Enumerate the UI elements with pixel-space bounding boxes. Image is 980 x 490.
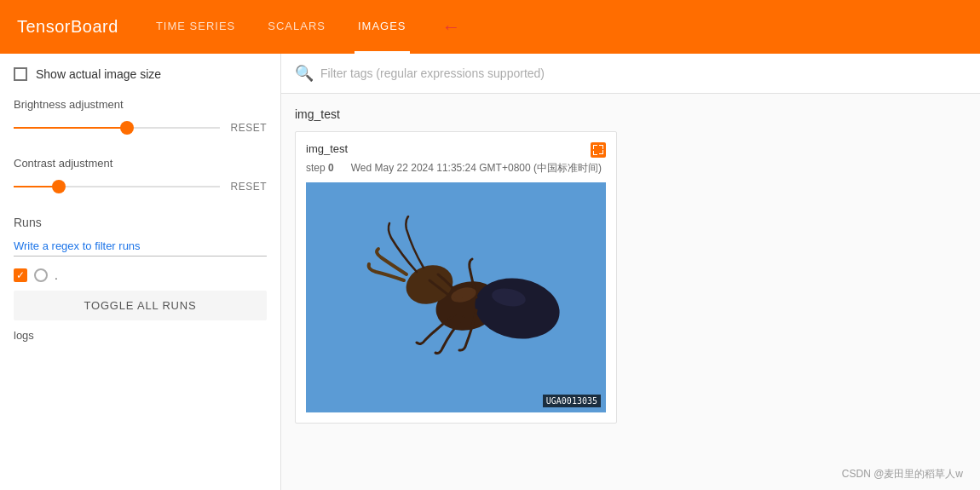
runs-section: Runs ✓ . TOGGLE ALL RUNS logs	[14, 216, 267, 342]
contrast-track	[14, 186, 220, 187]
checkmark-icon: ✓	[16, 269, 25, 281]
logs-label[interactable]: logs	[14, 329, 267, 342]
nav-images[interactable]: IMAGES	[355, 0, 410, 54]
contrast-slider[interactable]	[14, 178, 220, 195]
run-item: ✓ .	[14, 268, 267, 282]
sidebar: Show actual image size Brightness adjust…	[0, 54, 281, 490]
image-card-header: img_test	[306, 142, 606, 158]
search-icon: 🔍	[295, 64, 314, 83]
step-label: step	[306, 162, 326, 174]
brightness-thumb[interactable]	[120, 121, 134, 135]
nav-scalars[interactable]: SCALARS	[264, 0, 329, 54]
timestamp: Wed May 22 2024 11:35:24 GMT+0800 (中国标准时…	[351, 162, 602, 174]
toggle-all-runs-button[interactable]: TOGGLE ALL RUNS	[14, 291, 267, 320]
contrast-thumb[interactable]	[52, 180, 66, 193]
brightness-label: Brightness adjustment	[14, 98, 267, 111]
brightness-reset-button[interactable]: RESET	[230, 122, 267, 134]
show-actual-size-label: Show actual image size	[36, 67, 161, 81]
run-checkbox[interactable]: ✓	[14, 268, 27, 282]
show-actual-size-row[interactable]: Show actual image size	[14, 67, 267, 81]
brightness-row: RESET	[14, 119, 267, 136]
image-watermark: UGA0013035	[543, 395, 601, 407]
nav-time-series[interactable]: TIME SERIES	[153, 0, 239, 54]
contrast-section: Contrast adjustment RESET	[14, 157, 267, 195]
filter-runs-input[interactable]	[14, 236, 267, 257]
brightness-fill	[14, 127, 127, 129]
image-section: img_test img_test step 0 Wed May 22 2024…	[281, 94, 980, 437]
brightness-track	[14, 127, 220, 129]
contrast-row: RESET	[14, 178, 267, 195]
step-value: 0	[328, 162, 334, 174]
image-card: img_test step 0 Wed May 22 2024 11:35:24…	[295, 131, 617, 424]
contrast-reset-button[interactable]: RESET	[230, 181, 267, 193]
ant-image-svg	[306, 182, 606, 412]
logo: TensorBoard	[17, 17, 118, 37]
section-title: img_test	[295, 107, 966, 121]
nav: TIME SERIES SCALARS IMAGES ←	[153, 0, 461, 54]
ant-image: UGA0013035	[306, 182, 606, 412]
search-bar: 🔍	[281, 54, 980, 94]
run-dot-label: .	[55, 268, 58, 282]
runs-title: Runs	[14, 216, 267, 229]
brightness-slider[interactable]	[14, 119, 220, 136]
contrast-label: Contrast adjustment	[14, 157, 267, 170]
main-layout: Show actual image size Brightness adjust…	[0, 54, 980, 490]
main-content: 🔍 img_test img_test step 0	[281, 54, 980, 490]
show-actual-size-checkbox[interactable]	[14, 67, 27, 81]
header: TensorBoard TIME SERIES SCALARS IMAGES ←	[0, 0, 980, 54]
expand-icon[interactable]	[591, 142, 606, 158]
footer-watermark: CSDN @麦田里的稻草人w	[842, 467, 963, 481]
arrow-indicator: ←	[442, 16, 461, 38]
image-tag: img_test	[306, 142, 348, 155]
image-meta: step 0 Wed May 22 2024 11:35:24 GMT+0800…	[306, 161, 606, 176]
run-radio[interactable]	[34, 268, 48, 282]
filter-tags-input[interactable]	[320, 66, 966, 80]
brightness-section: Brightness adjustment RESET	[14, 98, 267, 136]
